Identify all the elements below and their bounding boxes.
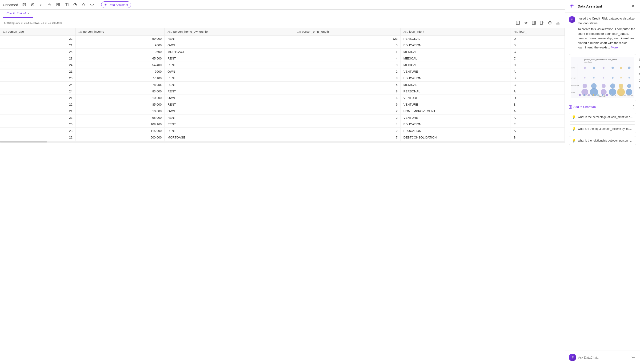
suggestion-item-1[interactable]: 💡 What is the percentage of loan_amnt fo… [569, 113, 636, 122]
svg-point-34 [628, 66, 630, 69]
svg-rect-8 [516, 21, 519, 24]
table-cell: 2 [294, 114, 400, 121]
share-btn[interactable] [638, 85, 640, 91]
table-cell: OWN [165, 42, 294, 49]
table-row: 2395,000RENT2VENTUREA [0, 114, 565, 121]
add-column-btn[interactable] [539, 20, 545, 26]
table-cell: EDUCATION [400, 42, 511, 49]
table-cell: VENTURE [400, 68, 511, 75]
table-cell: MEDICAL [400, 82, 511, 88]
table-scrollbar[interactable] [0, 141, 565, 143]
col-person-age[interactable]: 123person_age [0, 28, 76, 36]
table-cell: RENT [165, 62, 294, 68]
table-cell: VENTURE [400, 114, 511, 121]
table-cell: EDUCATION [400, 75, 511, 82]
table-cell: C [511, 55, 564, 62]
send-btn[interactable] [630, 354, 636, 361]
table-cell: EDUCATION [400, 128, 511, 134]
assistant-text: I used the Credit_Risk dataset to visual… [578, 16, 636, 51]
assistant-close-btn[interactable]: × [630, 3, 636, 10]
toolbar: Unnamed Σ [0, 0, 565, 10]
table-row: 2677,100RENT8EDUCATIONB [0, 75, 565, 82]
more-options-btn[interactable]: ⋮ [630, 104, 636, 110]
split-btn[interactable] [63, 2, 70, 8]
columns-btn[interactable] [531, 20, 537, 26]
more-link[interactable]: More [611, 46, 618, 49]
table-view-btn[interactable] [515, 20, 521, 26]
add-tab-btn[interactable] [30, 2, 36, 8]
download-btn[interactable] [555, 20, 561, 26]
table-cell: 108,160 [76, 121, 165, 128]
table-cell: MEDICAL [400, 62, 511, 68]
table-cell: RENT [165, 36, 294, 42]
thumbs-up-btn[interactable] [638, 64, 640, 70]
table-cell: 9600 [76, 42, 165, 49]
pie-chart-btn[interactable] [72, 2, 78, 8]
add-chart-row: Add to Chart tab ⋮ [569, 104, 636, 110]
col-loan[interactable]: ABCloan_ [511, 28, 564, 36]
ask-input[interactable] [578, 356, 628, 359]
tab-bar: Credit_Risk v1 ▾ [0, 10, 565, 18]
filter-btn[interactable] [523, 20, 529, 26]
table-row: 26108,160RENT4EDUCATIONE [0, 121, 565, 128]
table-row: 2483,000RENT8PERSONALA [0, 88, 565, 95]
suggestion-icon-1: 💡 [572, 115, 576, 119]
table-cell: 26 [0, 75, 76, 82]
tab-dropdown-icon[interactable]: ▾ [28, 12, 30, 15]
credit-risk-tab[interactable]: Credit_Risk v1 ▾ [3, 10, 33, 18]
svg-point-30 [593, 66, 595, 69]
add-to-chart-btn[interactable]: Add to Chart tab [569, 104, 596, 110]
table-cell: A [511, 68, 564, 75]
svg-point-37 [603, 77, 604, 78]
assistant-avatar [569, 16, 575, 23]
col-person-income[interactable]: 123person_income [76, 28, 165, 36]
suggestion-icon-2: 💡 [572, 127, 576, 131]
data-assistant-button[interactable]: ✦ Data Assistant [101, 2, 131, 8]
col-loan-intent[interactable]: ABCloan_intent [400, 28, 511, 36]
table-row: 2110,000OWN2HOMEIMPROVEMENTA [0, 108, 565, 114]
input-avatar [569, 354, 576, 361]
table-scrollbar-thumb[interactable] [0, 141, 47, 142]
table-cell: 4 [294, 121, 400, 128]
table-cell: 24 [0, 62, 76, 68]
table-cell: 78,956 [76, 82, 165, 88]
sigma-btn[interactable]: Σ [38, 2, 45, 8]
table-cell: HOMEIMPROVEMENT [400, 108, 511, 114]
table-cell: 95,000 [76, 114, 165, 121]
table-cell: RENT [165, 75, 294, 82]
code-btn[interactable] [89, 2, 95, 8]
table-cell: RENT [165, 55, 294, 62]
col-person-emp-length[interactable]: 123person_emp_length [294, 28, 400, 36]
suggestion-item-3[interactable]: 💡 What is the relationship between perso… [569, 136, 636, 145]
toolbar-separator [98, 2, 98, 7]
list-view-btn[interactable] [638, 57, 640, 62]
col-person-home-ownership[interactable]: ABCperson_home_ownership [165, 28, 294, 36]
flow-btn[interactable] [46, 2, 53, 8]
svg-point-66 [634, 357, 634, 358]
table-cell: 25 [0, 49, 76, 55]
table-cell: 24 [0, 82, 76, 88]
main-area: Unnamed Σ [0, 0, 565, 364]
diamond-btn[interactable] [80, 2, 87, 8]
table-cell: 21 [0, 108, 76, 114]
thumbs-down-btn[interactable] [638, 71, 640, 77]
suggestion-item-2[interactable]: 💡 What are the top 3 person_income by lo… [569, 124, 636, 133]
table-cell: 500,000 [76, 134, 165, 141]
table-cell: 10,000 [76, 108, 165, 114]
svg-point-31 [602, 67, 604, 69]
grid-btn[interactable] [55, 2, 62, 8]
svg-text:OTHER: OTHER [571, 77, 576, 78]
table-cell: 8 [294, 88, 400, 95]
table-row: 2365,500RENT4MEDICALC [0, 55, 565, 62]
svg-point-35 [584, 77, 586, 78]
table-cell: B [511, 101, 564, 108]
dataset-summary: Showing 100 of 32,581 rows, 12 of 12 col… [4, 21, 63, 24]
plus-btn[interactable] [547, 20, 553, 26]
save-icon-btn[interactable] [21, 2, 28, 8]
table-cell: 10,000 [76, 95, 165, 101]
svg-point-55 [588, 94, 590, 96]
svg-point-9 [525, 22, 527, 24]
dataset-info-row: Showing 100 of 32,581 rows, 12 of 12 col… [0, 18, 565, 28]
comment-btn[interactable] [638, 78, 640, 84]
table-cell: A [511, 108, 564, 114]
